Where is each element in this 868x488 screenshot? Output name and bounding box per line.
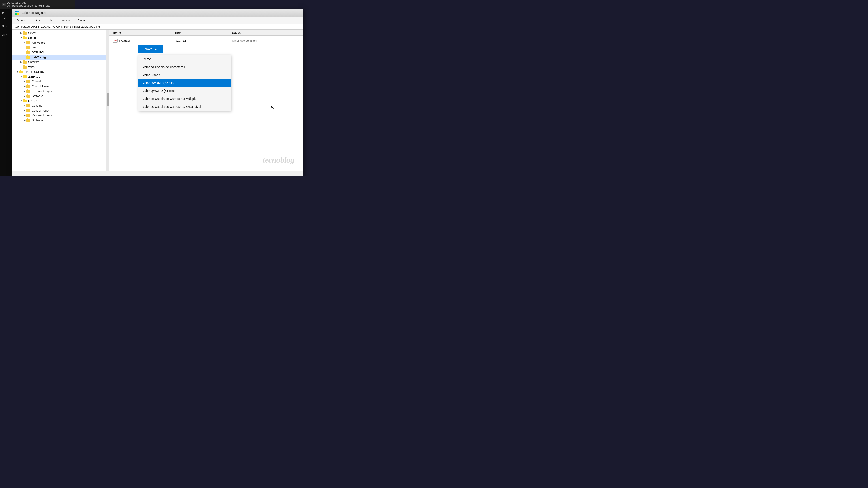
dropdown-item-dword[interactable]: Valor DWORD (32 bits) xyxy=(138,79,230,87)
tree-item-setup[interactable]: ▼ Setup xyxy=(12,35,109,40)
column-headers: Nome Tipo Dados xyxy=(110,30,303,36)
cell-nome-text: (Padrão) xyxy=(119,39,130,42)
tree-item-keyboardlayout-s1518[interactable]: ▶ Keyboard Layout xyxy=(12,113,109,118)
tree-item-select[interactable]: ▶ Select xyxy=(12,30,109,35)
scrollbar-thumb[interactable] xyxy=(106,93,109,106)
tree-label-hkeyusers: HKEY_USERS xyxy=(25,70,44,73)
expander-software-s1518[interactable]: ▶ xyxy=(23,118,27,122)
status-bar xyxy=(12,171,303,176)
expander-hkeyusers[interactable]: ▼ xyxy=(16,70,20,73)
tree-label-wpa: WPA xyxy=(28,65,35,69)
expander-software-setup[interactable]: ▶ xyxy=(20,60,23,64)
expander-console-s1518[interactable]: ▶ xyxy=(23,104,27,107)
tree-item-setupcl[interactable]: ▶ SETUPCL xyxy=(12,50,109,55)
tree-item-labconfig[interactable]: ▶ LabConfig xyxy=(12,55,109,60)
folder-icon-keyboardlayout-s1518 xyxy=(27,113,31,117)
folder-icon-default xyxy=(23,75,27,78)
tree-panel: ▶ Select ▼ Setup xyxy=(12,30,110,171)
folder-icon-select xyxy=(23,31,27,35)
tree-label-console-s1518: Console xyxy=(32,104,42,107)
tree-item-software-default[interactable]: ▶ Software xyxy=(12,93,109,98)
tree-item-controlpanel-default[interactable]: ▶ Control Panel xyxy=(12,84,109,89)
folder-icon-controlpanel-s1518 xyxy=(27,109,31,112)
tree-label-console-default: Console xyxy=(32,80,42,83)
folder-icon-hkeyusers xyxy=(20,70,24,73)
menu-editar[interactable]: Editar xyxy=(30,18,43,23)
folder-icon-console-s1518 xyxy=(27,104,31,107)
novo-button-label: Novo xyxy=(145,47,152,51)
dropdown-item-expansivel[interactable]: Valor de Cadeia de Caracteres Expansível xyxy=(138,103,230,111)
table-row: ab (Padrão) REG_SZ (valor não definido) xyxy=(110,38,303,44)
menu-exibir[interactable]: Exibir xyxy=(44,18,56,23)
novo-button[interactable]: Novo ▶ xyxy=(138,45,163,53)
cell-nome: ab (Padrão) xyxy=(110,39,171,42)
tree-item-console-default[interactable]: ▶ Console xyxy=(12,79,109,84)
tree-item-controlpanel-s1518[interactable]: ▶ Control Panel xyxy=(12,108,109,113)
tree-label-keyboardlayout-s1518: Keyboard Layout xyxy=(32,114,53,117)
expander-allowstart[interactable]: ▶ xyxy=(23,41,27,44)
folder-icon-setup xyxy=(23,36,27,39)
expander-keyboardlayout-s1518[interactable]: ▶ xyxy=(23,113,27,117)
folder-icon-setupcl xyxy=(27,51,31,54)
cell-dados: (valor não definido) xyxy=(228,39,303,42)
tree-item-console-s1518[interactable]: ▶ Console xyxy=(12,103,109,108)
cmd-icon: ▶ xyxy=(2,3,6,6)
folder-icon-software-setup xyxy=(23,60,27,64)
expander-software-default[interactable]: ▶ xyxy=(23,94,27,98)
folder-icon-allowstart xyxy=(27,41,31,44)
tree-label-software-s1518: Software xyxy=(32,119,43,122)
col-header-tipo: Tipo xyxy=(171,31,228,34)
tree-item-allowstart[interactable]: ▶ AllowStart xyxy=(12,40,109,45)
expander-keyboardlayout-default[interactable]: ▶ xyxy=(23,89,27,93)
tree-item-hkeyusers[interactable]: ▼ HKEY_USERS xyxy=(12,69,109,74)
scrollbar-vert[interactable] xyxy=(106,30,109,171)
menu-ajuda[interactable]: Ajuda xyxy=(75,18,88,23)
main-content: ▶ Select ▼ Setup xyxy=(12,30,303,171)
cmd-titlebar: ▶ Administrador: X:\windows\system32\cmd… xyxy=(0,0,75,9)
menu-bar: Arquivo Editar Exibir Favoritos Ajuda xyxy=(12,17,303,24)
cell-tipo: REG_SZ xyxy=(171,39,228,42)
menu-arquivo[interactable]: Arquivo xyxy=(14,18,29,23)
tree-item-default[interactable]: ▼ .DEFAULT xyxy=(12,74,109,79)
col-header-nome: Nome xyxy=(110,31,171,34)
tree-label-s1518: S-1-5-18 xyxy=(28,99,39,102)
regedit-app-icon xyxy=(15,10,20,15)
tree-item-s1518[interactable]: ▼ S-1-5-18 xyxy=(12,98,109,103)
tree-item-software-setup[interactable]: ▶ Software xyxy=(12,60,109,64)
folder-icon-s1518 xyxy=(23,99,27,102)
tree-item-software-s1518[interactable]: ▶ Software xyxy=(12,118,109,123)
expander-controlpanel-s1518[interactable]: ▶ xyxy=(23,109,27,112)
folder-icon-wpa xyxy=(23,65,27,69)
expander-select[interactable]: ▶ xyxy=(20,31,23,35)
tree-label-default: .DEFAULT xyxy=(28,75,42,78)
expander-console-default[interactable]: ▶ xyxy=(23,79,27,83)
regedit-window: Editor do Registro Arquivo Editar Exibir… xyxy=(12,9,303,176)
expander-s1518[interactable]: ▼ xyxy=(20,99,23,102)
dropdown-item-qword[interactable]: Valor QWORD (64 bits) xyxy=(138,87,230,95)
tree-item-wpa[interactable]: ▶ WPA xyxy=(12,64,109,69)
folder-icon-pid xyxy=(27,45,31,49)
tree-item-pid[interactable]: ▶ Pid xyxy=(12,45,109,50)
dropdown-item-cadeia[interactable]: Valor da Cadeia de Caracteres xyxy=(138,63,230,71)
dropdown-item-binario[interactable]: Valor Binário xyxy=(138,71,230,79)
expander-controlpanel-default[interactable]: ▶ xyxy=(23,85,27,88)
cmd-title-text: Administrador: X:\windows\system32\cmd.e… xyxy=(7,1,73,7)
address-text: Computador\HKEY_LOCAL_MACHINE\SYSTEM\Set… xyxy=(15,25,100,28)
tree-label-setup: Setup xyxy=(28,36,36,39)
tree-label-controlpanel-s1518: Control Panel xyxy=(32,109,49,112)
folder-icon-software-s1518 xyxy=(27,118,31,122)
dropdown-item-chave[interactable]: Chave xyxy=(138,55,230,63)
tree-label-allowstart: AllowStart xyxy=(32,41,45,44)
folder-icon-software-default xyxy=(27,94,31,98)
expander-default[interactable]: ▼ xyxy=(20,75,23,78)
folder-icon-keyboardlayout-default xyxy=(27,89,31,93)
menu-favoritos[interactable]: Favoritos xyxy=(57,18,74,23)
address-bar: Computador\HKEY_LOCAL_MACHINE\SYSTEM\Set… xyxy=(12,24,303,30)
dropdown-item-multi-cadeia[interactable]: Valor de Cadeia de Caracteres Múltipla xyxy=(138,95,230,103)
novo-arrow-icon: ▶ xyxy=(155,47,157,51)
watermark: tecnoblog xyxy=(263,155,294,165)
ab-badge: ab xyxy=(113,39,118,42)
tree-item-keyboardlayout-default[interactable]: ▶ Keyboard Layout xyxy=(12,89,109,93)
tree-label-controlpanel-default: Control Panel xyxy=(32,85,49,88)
expander-setup[interactable]: ▼ xyxy=(20,36,23,39)
